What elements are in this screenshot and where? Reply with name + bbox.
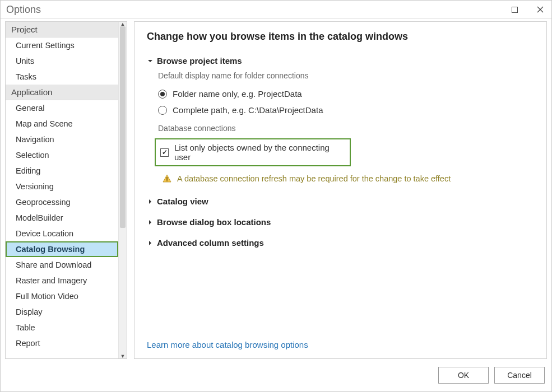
body: Project Current Settings Units Tasks App… (1, 19, 551, 359)
checkbox-label: List only objects owned by the connectin… (174, 143, 345, 162)
chevron-right-icon (147, 217, 154, 227)
sidebar-item-navigation[interactable]: Navigation (6, 132, 118, 147)
ok-button[interactable]: OK (438, 367, 489, 384)
sidebar-item-device-location[interactable]: Device Location (6, 226, 118, 241)
cancel-button[interactable]: Cancel (494, 367, 545, 384)
sidebar-item-catalog-browsing[interactable]: Catalog Browsing (6, 241, 118, 257)
sidebar-item-full-motion-video[interactable]: Full Motion Video (6, 288, 118, 304)
checkbox-list-owned-objects[interactable]: List only objects owned by the connectin… (160, 142, 345, 163)
sidebar-item-editing[interactable]: Editing (6, 163, 118, 179)
sidebar-item-versioning[interactable]: Versioning (6, 179, 118, 194)
section-title: Browse project items (157, 56, 242, 66)
section-advanced-column-settings[interactable]: Advanced column settings (147, 235, 534, 251)
footer: OK Cancel (1, 359, 551, 391)
database-connections-label: Database connections (158, 124, 534, 133)
warning-icon (163, 174, 171, 183)
sidebar-category-application[interactable]: Application (6, 85, 118, 100)
warning-text: A database connection refresh may be req… (177, 174, 451, 183)
warning-row: A database connection refresh may be req… (163, 174, 534, 183)
svg-rect-1 (166, 180, 168, 181)
page-title: Change how you browse items in the catal… (147, 31, 534, 43)
radio-label: Complete path, e.g. C:\Data\ProjectData (173, 105, 323, 115)
sidebar-item-raster-and-imagery[interactable]: Raster and Imagery (6, 273, 118, 288)
sidebar-item-general[interactable]: General (6, 100, 118, 116)
section-title: Advanced column settings (157, 238, 264, 248)
section-catalog-view[interactable]: Catalog view (147, 193, 534, 209)
radio-icon (158, 90, 167, 99)
radio-complete-path[interactable]: Complete path, e.g. C:\Data\ProjectData (158, 104, 534, 116)
titlebar: Options (1, 1, 551, 19)
sidebar-item-geoprocessing[interactable]: Geoprocessing (6, 194, 118, 210)
sidebar-scrollbar[interactable]: ▲ ▼ (118, 22, 127, 358)
sidebar-item-report[interactable]: Report (6, 335, 118, 351)
radio-icon (158, 106, 167, 115)
chevron-right-icon (147, 197, 154, 206)
sidebar-tree: Project Current Settings Units Tasks App… (6, 22, 118, 358)
chevron-down-icon (147, 56, 154, 66)
sidebar-category-project[interactable]: Project (6, 22, 118, 38)
sidebar-item-map-and-scene[interactable]: Map and Scene (6, 116, 118, 132)
sidebar: Project Current Settings Units Tasks App… (5, 21, 127, 359)
highlighted-checkbox-container: List only objects owned by the connectin… (155, 138, 351, 166)
maximize-icon (512, 7, 518, 13)
sidebar-item-current-settings[interactable]: Current Settings (6, 38, 118, 53)
scrollbar-thumb[interactable] (120, 26, 126, 228)
section-title: Browse dialog box locations (157, 217, 271, 227)
sidebar-item-display[interactable]: Display (6, 304, 118, 320)
close-button[interactable] (532, 3, 548, 16)
window-controls (507, 3, 548, 16)
section-browse-dialog-locations[interactable]: Browse dialog box locations (147, 214, 534, 230)
sidebar-item-table[interactable]: Table (6, 320, 118, 335)
close-icon (537, 6, 544, 13)
chevron-right-icon (147, 238, 154, 248)
radio-folder-name-only[interactable]: Folder name only, e.g. ProjectData (158, 88, 534, 100)
sidebar-item-modelbuilder[interactable]: ModelBuilder (6, 210, 118, 226)
content-panel: Change how you browse items in the catal… (134, 21, 547, 359)
scroll-down-icon[interactable]: ▼ (119, 353, 127, 360)
window-title: Options (6, 4, 41, 16)
folder-connections-label: Default display name for folder connecti… (158, 71, 534, 80)
section-browse-project-items[interactable]: Browse project items (147, 53, 534, 69)
checkbox-icon (160, 148, 169, 157)
radio-label: Folder name only, e.g. ProjectData (173, 89, 302, 99)
sidebar-item-share-and-download[interactable]: Share and Download (6, 257, 118, 273)
sidebar-item-units[interactable]: Units (6, 53, 118, 69)
section-title: Catalog view (157, 197, 208, 206)
svg-rect-0 (166, 177, 168, 180)
sidebar-item-selection[interactable]: Selection (6, 147, 118, 163)
learn-more-link[interactable]: Learn more about catalog browsing option… (147, 329, 534, 349)
maximize-button[interactable] (507, 3, 522, 16)
sidebar-item-tasks[interactable]: Tasks (6, 69, 118, 85)
